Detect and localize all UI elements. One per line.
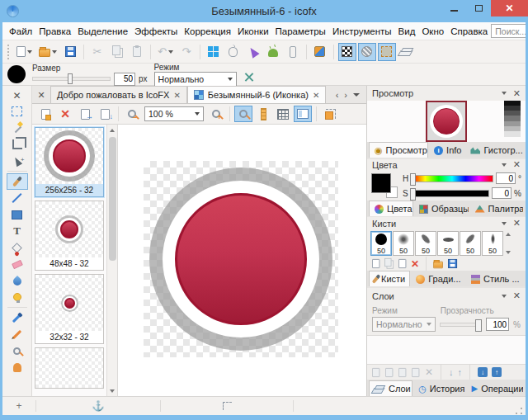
load-brushes-button[interactable]	[433, 262, 443, 269]
collapse-panel-icon[interactable]	[502, 92, 507, 95]
frame-toggle-button[interactable]	[378, 43, 396, 61]
size-slider-thumb[interactable]	[68, 73, 73, 84]
scroll-tabs-right-button[interactable]: ›	[344, 90, 347, 100]
duplicate-layer-button[interactable]	[385, 367, 393, 376]
new-image-button[interactable]	[36, 106, 54, 122]
new-layer-button[interactable]	[372, 367, 380, 376]
magnify-toggle-button[interactable]	[234, 106, 252, 122]
marquee-select-tool[interactable]	[7, 103, 28, 120]
delete-layer-button[interactable]: ✕	[425, 366, 433, 378]
icon-size-item[interactable]: 48x48 - 32	[35, 201, 104, 271]
icon-size-item[interactable]: 32x32 - 32	[35, 274, 104, 344]
delete-brush-button[interactable]: ✕	[411, 258, 419, 270]
tab-gradient[interactable]: Гради...	[410, 271, 465, 286]
hue-slider[interactable]	[411, 175, 493, 182]
transparency-toggle-button[interactable]	[338, 43, 356, 61]
crop-tool[interactable]	[7, 136, 28, 153]
tab-brushes[interactable]: Кисти	[369, 271, 410, 286]
brush-item[interactable]: 50	[460, 231, 481, 256]
brush-item[interactable]: 50	[415, 231, 436, 256]
scrollbar-thumb[interactable]	[109, 137, 116, 261]
menu-window[interactable]: Окно	[418, 25, 447, 38]
layers-view-button[interactable]	[398, 43, 416, 61]
new-file-button[interactable]	[14, 43, 35, 61]
layer-mode-dropdown[interactable]: Нормально	[372, 317, 436, 332]
tab-palette[interactable]: Палитра	[469, 201, 524, 216]
brush-item[interactable]: 50	[370, 231, 392, 256]
menu-view[interactable]: Вид	[395, 25, 419, 38]
tab-preview[interactable]: ◉Просмотр	[369, 142, 428, 158]
scroll-up-button[interactable]	[506, 233, 511, 236]
move-layer-down-button[interactable]: ↓	[449, 367, 454, 377]
brush-item[interactable]: 50	[482, 231, 503, 256]
resize-grip[interactable]	[515, 407, 523, 415]
menu-edit[interactable]: Правка	[35, 25, 74, 38]
text-tool[interactable]: iT	[7, 223, 28, 239]
redo-button[interactable]: ↷	[177, 43, 196, 61]
scroll-up-button[interactable]	[107, 125, 117, 135]
zoom-level-dropdown[interactable]: 100 %	[144, 106, 204, 121]
menu-file[interactable]: Файл	[6, 25, 35, 38]
hue-input[interactable]	[496, 172, 516, 184]
line-tool[interactable]	[7, 190, 28, 206]
blur-tool[interactable]	[7, 272, 28, 289]
close-panel-icon[interactable]: ✕	[513, 218, 521, 229]
tab-document[interactable]: Безымянный-6 (Иконка) ✕	[187, 86, 327, 103]
tab-operations[interactable]: ▶Операции	[465, 380, 524, 396]
close-icon[interactable]: ✕	[313, 91, 319, 100]
saturation-input[interactable]	[492, 187, 512, 199]
eyedropper-tool[interactable]	[7, 309, 28, 326]
color-replace-tool[interactable]	[7, 239, 28, 256]
flatten-button[interactable]: ↑	[492, 367, 502, 377]
tab-swatches[interactable]: Образцы	[413, 201, 469, 216]
tab-style[interactable]: Стиль ...	[465, 271, 524, 286]
new-brush-button[interactable]	[372, 259, 380, 268]
eraser-tool[interactable]	[7, 256, 28, 272]
zoom-in-button[interactable]: +	[207, 106, 225, 122]
collapse-panel-icon[interactable]	[502, 222, 507, 225]
tab-list-button[interactable]	[353, 93, 360, 97]
maximize-button[interactable]	[466, 0, 491, 17]
saturation-slider[interactable]	[411, 190, 489, 197]
scroll-tabs-left-button[interactable]: ‹	[336, 90, 339, 100]
magic-wand-tool[interactable]	[7, 120, 28, 136]
menu-selection[interactable]: Выделение	[74, 25, 131, 38]
copy-layer-button[interactable]	[398, 367, 406, 376]
android-platform-button[interactable]	[264, 43, 282, 61]
close-panel-button[interactable]: ✕	[12, 88, 21, 103]
cursor-resource-button[interactable]	[244, 43, 262, 61]
pencil-tool[interactable]	[7, 326, 28, 342]
scroll-down-button[interactable]	[506, 251, 511, 254]
collapse-panel-icon[interactable]	[502, 295, 507, 298]
merge-layer-button[interactable]	[412, 367, 419, 376]
icon-size-item[interactable]: 256x256 - 32	[35, 127, 104, 197]
hand-tool[interactable]	[7, 359, 28, 375]
layers-list[interactable]	[367, 335, 526, 365]
brush-item[interactable]: 50	[437, 231, 459, 256]
menu-effects[interactable]: Эффекты	[131, 25, 181, 38]
phone-platform-button[interactable]	[284, 43, 302, 61]
menu-tools[interactable]: Инструменты	[329, 25, 395, 38]
tab-welcome[interactable]: Добро пожаловать в IcoFX ✕	[50, 86, 187, 103]
cut-button[interactable]: ✂	[88, 43, 106, 61]
menu-help[interactable]: Справка	[447, 25, 491, 38]
mode-dropdown[interactable]: Нормально	[154, 72, 237, 87]
size-input[interactable]	[114, 73, 135, 86]
lighten-tool[interactable]	[7, 289, 28, 305]
icon-size-item[interactable]	[35, 347, 104, 389]
move-tool[interactable]	[7, 153, 28, 169]
rectangle-tool[interactable]	[7, 206, 28, 223]
brush-tool[interactable]	[7, 173, 28, 190]
resize-canvas-button[interactable]	[321, 106, 339, 122]
tab-colors[interactable]: Цвета	[369, 201, 413, 216]
close-button[interactable]: ✕	[491, 0, 528, 17]
tab-info[interactable]: iInfo	[428, 142, 464, 158]
grid-toggle-button[interactable]	[274, 106, 292, 122]
move-layer-up-button[interactable]: ↑	[458, 367, 463, 377]
apple-platform-button[interactable]	[224, 43, 243, 61]
opacity-input[interactable]	[486, 318, 509, 331]
zoom-tool[interactable]	[7, 342, 28, 359]
opacity-slider[interactable]	[440, 323, 482, 327]
open-file-button[interactable]	[36, 43, 59, 61]
menu-correction[interactable]: Коррекция	[181, 25, 234, 38]
